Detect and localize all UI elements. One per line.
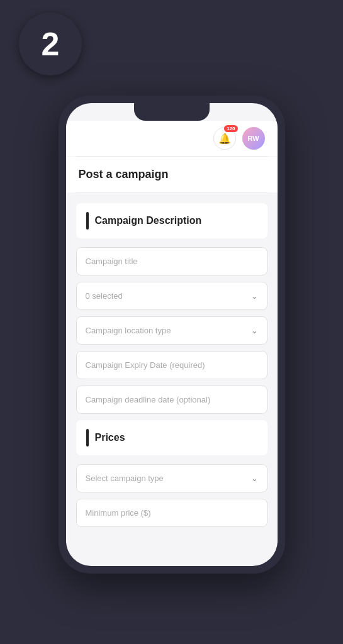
chevron-down-icon: ⌄ [251, 326, 258, 335]
deadline-date-placeholder: Campaign deadline date (optional) [86, 395, 258, 404]
bell-icon: 🔔 [218, 133, 231, 145]
expiry-date-placeholder: Campaign Expiry Date (required) [86, 360, 258, 370]
prices-section-bar [86, 429, 89, 447]
location-type-placeholder: Campaign location type [86, 326, 251, 335]
phone-screen: 🔔 120 RW Post a campaign Campaign Descri… [66, 103, 278, 566]
page-title-section: Post a campaign [66, 157, 278, 192]
selected-dropdown-field[interactable]: 0 selected ⌄ [76, 282, 267, 310]
campaign-type-placeholder: Select campaign type [86, 474, 251, 483]
chevron-down-icon: ⌄ [251, 291, 258, 301]
content-area: Campaign Description Campaign title 0 se… [66, 193, 278, 543]
avatar-initials: RW [247, 135, 259, 142]
min-price-placeholder: Minimum price ($) [86, 508, 258, 518]
notification-button[interactable]: 🔔 120 [213, 127, 236, 150]
notification-badge: 120 [224, 125, 237, 132]
header-bar: 🔔 120 RW [66, 121, 278, 156]
deadline-date-field[interactable]: Campaign deadline date (optional) [76, 386, 267, 414]
campaign-description-title: Campaign Description [95, 215, 202, 226]
location-type-field[interactable]: Campaign location type ⌄ [76, 316, 267, 345]
selected-placeholder: 0 selected [86, 291, 251, 301]
page-title: Post a campaign [79, 168, 265, 181]
avatar[interactable]: RW [242, 127, 265, 150]
chevron-down-icon: ⌄ [251, 474, 258, 483]
step-badge: 2 [19, 13, 82, 75]
campaign-type-field[interactable]: Select campaign type ⌄ [76, 464, 267, 492]
min-price-field[interactable]: Minimum price ($) [76, 499, 267, 527]
campaign-title-placeholder: Campaign title [86, 257, 258, 266]
step-number: 2 [42, 25, 60, 63]
campaign-description-header: Campaign Description [76, 203, 267, 238]
expiry-date-field[interactable]: Campaign Expiry Date (required) [76, 351, 267, 379]
campaign-title-field[interactable]: Campaign title [76, 247, 267, 275]
prices-title: Prices [95, 432, 125, 443]
prices-section: Prices Select campaign type ⌄ Minimum pr… [76, 420, 267, 527]
phone-frame: 🔔 120 RW Post a campaign Campaign Descri… [59, 96, 285, 574]
prices-header: Prices [76, 420, 267, 455]
phone-notch [134, 103, 210, 121]
section-bar [86, 212, 89, 230]
